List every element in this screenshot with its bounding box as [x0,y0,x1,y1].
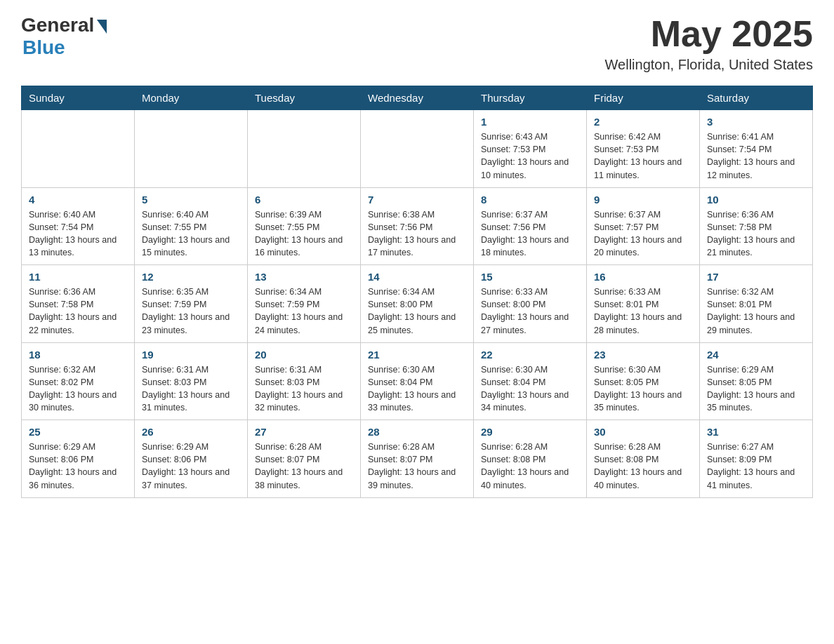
day-number: 16 [594,271,692,283]
calendar-week-row: 11Sunrise: 6:36 AM Sunset: 7:58 PM Dayli… [22,265,813,343]
day-info: Sunrise: 6:30 AM Sunset: 8:05 PM Dayligh… [594,363,692,415]
calendar-day-28: 28Sunrise: 6:28 AM Sunset: 8:07 PM Dayli… [361,420,474,498]
day-info: Sunrise: 6:32 AM Sunset: 8:01 PM Dayligh… [707,286,805,337]
day-number: 21 [368,349,466,361]
day-info: Sunrise: 6:34 AM Sunset: 8:00 PM Dayligh… [368,286,466,337]
calendar-day-14: 14Sunrise: 6:34 AM Sunset: 8:00 PM Dayli… [361,265,474,343]
day-info: Sunrise: 6:33 AM Sunset: 8:01 PM Dayligh… [594,286,692,337]
day-number: 14 [368,271,466,283]
day-info: Sunrise: 6:30 AM Sunset: 8:04 PM Dayligh… [481,363,579,415]
day-number: 31 [707,426,805,438]
column-header-sunday: Sunday [22,86,135,110]
calendar-week-row: 1Sunrise: 6:43 AM Sunset: 7:53 PM Daylig… [22,110,813,188]
calendar-day-10: 10Sunrise: 6:36 AM Sunset: 7:58 PM Dayli… [700,187,813,265]
calendar-day-21: 21Sunrise: 6:30 AM Sunset: 8:04 PM Dayli… [361,342,474,420]
day-info: Sunrise: 6:29 AM Sunset: 8:06 PM Dayligh… [29,441,127,492]
day-info: Sunrise: 6:31 AM Sunset: 8:03 PM Dayligh… [142,363,240,415]
logo-triangle-icon [97,20,107,34]
day-info: Sunrise: 6:35 AM Sunset: 7:59 PM Dayligh… [142,286,240,337]
day-number: 22 [481,349,579,361]
day-info: Sunrise: 6:43 AM Sunset: 7:53 PM Dayligh… [481,130,579,182]
calendar-empty-cell [135,110,248,188]
logo: General Blue [21,14,107,59]
day-info: Sunrise: 6:39 AM Sunset: 7:55 PM Dayligh… [255,208,353,260]
day-number: 5 [142,194,240,206]
calendar-week-row: 4Sunrise: 6:40 AM Sunset: 7:54 PM Daylig… [22,187,813,265]
calendar-day-6: 6Sunrise: 6:39 AM Sunset: 7:55 PM Daylig… [248,187,361,265]
column-header-tuesday: Tuesday [248,86,361,110]
column-header-thursday: Thursday [474,86,587,110]
calendar-day-19: 19Sunrise: 6:31 AM Sunset: 8:03 PM Dayli… [135,342,248,420]
calendar-header-row: SundayMondayTuesdayWednesdayThursdayFrid… [22,86,813,110]
calendar-day-26: 26Sunrise: 6:29 AM Sunset: 8:06 PM Dayli… [135,420,248,498]
day-number: 19 [142,349,240,361]
calendar-day-29: 29Sunrise: 6:28 AM Sunset: 8:08 PM Dayli… [474,420,587,498]
calendar-day-5: 5Sunrise: 6:40 AM Sunset: 7:55 PM Daylig… [135,187,248,265]
calendar-day-2: 2Sunrise: 6:42 AM Sunset: 7:53 PM Daylig… [587,110,700,188]
day-info: Sunrise: 6:42 AM Sunset: 7:53 PM Dayligh… [594,130,692,182]
title-area: May 2025 Wellington, Florida, United Sta… [605,14,813,73]
day-info: Sunrise: 6:40 AM Sunset: 7:55 PM Dayligh… [142,208,240,260]
calendar-day-27: 27Sunrise: 6:28 AM Sunset: 8:07 PM Dayli… [248,420,361,498]
calendar-day-4: 4Sunrise: 6:40 AM Sunset: 7:54 PM Daylig… [22,187,135,265]
day-info: Sunrise: 6:41 AM Sunset: 7:54 PM Dayligh… [707,130,805,182]
calendar-day-16: 16Sunrise: 6:33 AM Sunset: 8:01 PM Dayli… [587,265,700,343]
day-info: Sunrise: 6:29 AM Sunset: 8:06 PM Dayligh… [142,441,240,492]
day-info: Sunrise: 6:28 AM Sunset: 8:08 PM Dayligh… [594,441,692,492]
calendar-day-1: 1Sunrise: 6:43 AM Sunset: 7:53 PM Daylig… [474,110,587,188]
calendar-day-11: 11Sunrise: 6:36 AM Sunset: 7:58 PM Dayli… [22,265,135,343]
calendar-day-25: 25Sunrise: 6:29 AM Sunset: 8:06 PM Dayli… [22,420,135,498]
location-subtitle: Wellington, Florida, United States [605,57,813,73]
day-info: Sunrise: 6:37 AM Sunset: 7:57 PM Dayligh… [594,208,692,260]
day-info: Sunrise: 6:32 AM Sunset: 8:02 PM Dayligh… [29,363,127,415]
day-info: Sunrise: 6:36 AM Sunset: 7:58 PM Dayligh… [29,286,127,337]
calendar-day-3: 3Sunrise: 6:41 AM Sunset: 7:54 PM Daylig… [700,110,813,188]
day-number: 3 [707,116,805,128]
logo-blue-text: Blue [22,36,65,59]
calendar-day-23: 23Sunrise: 6:30 AM Sunset: 8:05 PM Dayli… [587,342,700,420]
calendar-empty-cell [361,110,474,188]
day-info: Sunrise: 6:28 AM Sunset: 8:07 PM Dayligh… [368,441,466,492]
day-info: Sunrise: 6:34 AM Sunset: 7:59 PM Dayligh… [255,286,353,337]
day-info: Sunrise: 6:31 AM Sunset: 8:03 PM Dayligh… [255,363,353,415]
day-number: 26 [142,426,240,438]
day-number: 15 [481,271,579,283]
day-info: Sunrise: 6:28 AM Sunset: 8:08 PM Dayligh… [481,441,579,492]
day-info: Sunrise: 6:33 AM Sunset: 8:00 PM Dayligh… [481,286,579,337]
day-number: 13 [255,271,353,283]
day-number: 17 [707,271,805,283]
day-number: 8 [481,194,579,206]
calendar-week-row: 18Sunrise: 6:32 AM Sunset: 8:02 PM Dayli… [22,342,813,420]
calendar-day-31: 31Sunrise: 6:27 AM Sunset: 8:09 PM Dayli… [700,420,813,498]
day-number: 23 [594,349,692,361]
calendar-empty-cell [22,110,135,188]
calendar-day-7: 7Sunrise: 6:38 AM Sunset: 7:56 PM Daylig… [361,187,474,265]
day-number: 20 [255,349,353,361]
column-header-monday: Monday [135,86,248,110]
calendar-day-12: 12Sunrise: 6:35 AM Sunset: 7:59 PM Dayli… [135,265,248,343]
column-header-saturday: Saturday [700,86,813,110]
day-info: Sunrise: 6:30 AM Sunset: 8:04 PM Dayligh… [368,363,466,415]
calendar-day-30: 30Sunrise: 6:28 AM Sunset: 8:08 PM Dayli… [587,420,700,498]
day-number: 10 [707,194,805,206]
day-number: 12 [142,271,240,283]
month-year-title: May 2025 [605,14,813,54]
day-number: 2 [594,116,692,128]
calendar-week-row: 25Sunrise: 6:29 AM Sunset: 8:06 PM Dayli… [22,420,813,498]
column-header-wednesday: Wednesday [361,86,474,110]
calendar-day-8: 8Sunrise: 6:37 AM Sunset: 7:56 PM Daylig… [474,187,587,265]
day-number: 7 [368,194,466,206]
day-number: 29 [481,426,579,438]
day-info: Sunrise: 6:38 AM Sunset: 7:56 PM Dayligh… [368,208,466,260]
calendar-empty-cell [248,110,361,188]
day-number: 27 [255,426,353,438]
calendar-day-22: 22Sunrise: 6:30 AM Sunset: 8:04 PM Dayli… [474,342,587,420]
calendar-day-24: 24Sunrise: 6:29 AM Sunset: 8:05 PM Dayli… [700,342,813,420]
day-number: 9 [594,194,692,206]
page-header: General Blue May 2025 Wellington, Florid… [21,14,813,73]
day-number: 30 [594,426,692,438]
calendar-day-20: 20Sunrise: 6:31 AM Sunset: 8:03 PM Dayli… [248,342,361,420]
calendar-table: SundayMondayTuesdayWednesdayThursdayFrid… [21,86,813,498]
day-info: Sunrise: 6:36 AM Sunset: 7:58 PM Dayligh… [707,208,805,260]
calendar-day-15: 15Sunrise: 6:33 AM Sunset: 8:00 PM Dayli… [474,265,587,343]
